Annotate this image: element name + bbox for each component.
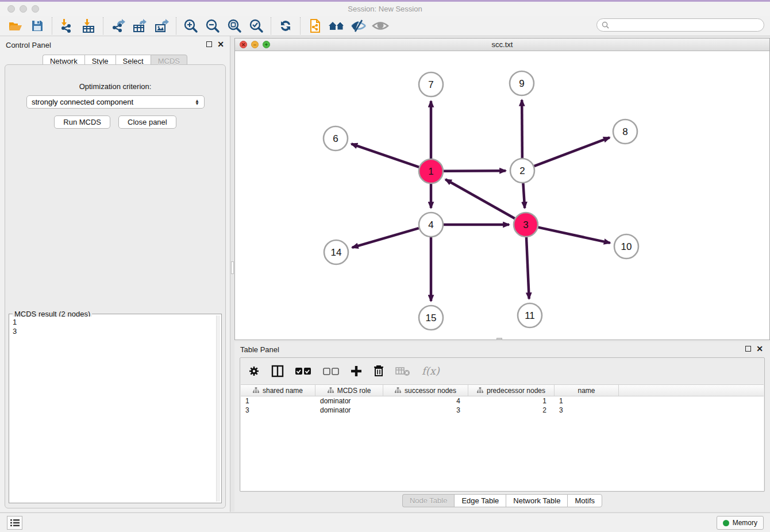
memory-button[interactable]: Memory (717, 516, 764, 530)
function-builder-icon[interactable]: f(x) (422, 365, 440, 377)
save-session-button[interactable] (28, 17, 47, 34)
close-table-panel-icon[interactable]: ✕ (756, 346, 763, 352)
table-header-row[interactable]: shared nameMCDS rolesuccessor nodesprede… (241, 384, 764, 396)
add-row-icon[interactable] (351, 365, 362, 377)
network-resize-handle[interactable] (496, 338, 502, 340)
open-file-button[interactable] (6, 17, 25, 34)
split-eye-icon (351, 18, 367, 33)
close-panel-icon[interactable]: ✕ (217, 41, 224, 47)
edge-3-11[interactable] (526, 237, 529, 299)
criterion-dropdown[interactable]: strongly connected component ▲▼ (26, 95, 205, 109)
network-window-titlebar[interactable]: ✕ − + scc.txt (235, 38, 769, 51)
result-line: 3 (13, 327, 214, 336)
table-cell[interactable]: 1 (241, 396, 315, 406)
node-label-2: 2 (519, 165, 525, 176)
table-cell[interactable]: dominator (315, 406, 383, 415)
node-label-14: 14 (331, 247, 342, 258)
close-panel-button[interactable]: Close panel (118, 115, 176, 129)
table-cell[interactable]: dominator (315, 396, 383, 406)
show-hide-button[interactable] (371, 17, 390, 34)
export-table-icon (132, 18, 147, 33)
table-row[interactable]: 3dominator323 (241, 406, 764, 415)
table-cell[interactable]: 1 (468, 396, 555, 406)
edge-1-6[interactable] (351, 144, 419, 167)
run-mcds-button[interactable]: Run MCDS (54, 115, 110, 129)
edge-2-9[interactable] (522, 100, 522, 158)
float-panel-icon[interactable] (206, 41, 212, 47)
select-all-checkboxes-icon[interactable] (295, 367, 311, 375)
export-table-button[interactable] (130, 17, 149, 34)
settings-gear-icon[interactable] (248, 365, 260, 377)
document-network-icon (307, 18, 322, 33)
node-table[interactable]: shared nameMCDS rolesuccessor nodesprede… (241, 384, 764, 491)
search-icon (602, 21, 609, 29)
splitter-handle[interactable] (231, 261, 234, 274)
column-header-predecessor-nodes[interactable]: predecessor nodes (468, 385, 555, 396)
search-field[interactable] (596, 18, 764, 32)
import-table-button[interactable] (79, 17, 98, 34)
column-header-shared-name[interactable]: shared name (241, 385, 315, 396)
table-panel-tabs: Node TableEdge TableNetwork TableMotifs (234, 494, 770, 507)
network-from-file-button[interactable] (305, 17, 325, 34)
show-task-history-button[interactable] (7, 516, 22, 530)
node-label-3: 3 (523, 219, 528, 230)
network-window-title: scc.txt (235, 40, 769, 49)
home-layouts-button[interactable] (327, 17, 346, 34)
attribute-tree-icon (477, 387, 483, 394)
zoom-fit-button[interactable] (225, 17, 244, 34)
node-label-1: 1 (428, 166, 433, 177)
table-cell[interactable]: 3 (383, 406, 468, 415)
network-graph[interactable]: 7968124314101511 (235, 51, 769, 340)
edge-3-10[interactable] (538, 228, 610, 243)
float-table-panel-icon[interactable] (745, 346, 751, 352)
column-header-name[interactable]: name (555, 385, 619, 396)
tab-node-table[interactable]: Node Table (402, 494, 455, 507)
tab-edge-table[interactable]: Edge Table (454, 494, 506, 507)
edge-1-2[interactable] (444, 171, 506, 171)
toggle-graphics-details-button[interactable] (349, 17, 368, 34)
table-panel: Table Panel ✕ f(x) shared nameMCDS roles… (234, 342, 770, 511)
table-cell[interactable]: 1 (555, 396, 619, 406)
edge-3-1[interactable] (445, 179, 515, 218)
edge-2-3[interactable] (523, 183, 525, 208)
node-label-6: 6 (333, 133, 338, 144)
edge-2-8[interactable] (534, 137, 610, 166)
zoom-in-button[interactable] (181, 17, 201, 34)
tab-network-table[interactable]: Network Table (506, 494, 567, 507)
zoom-in-icon (183, 18, 198, 33)
network-view-window: ✕ − + scc.txt 7968124314101511 (234, 38, 770, 340)
table-cell[interactable]: 3 (241, 406, 315, 415)
attribute-tree-icon (328, 387, 334, 394)
table-body[interactable]: 1dominator4113dominator323 (241, 396, 764, 415)
zoom-selected-button[interactable] (247, 17, 266, 34)
table-cell[interactable]: 2 (468, 406, 555, 415)
table-cell[interactable]: 3 (555, 406, 619, 415)
refresh-button[interactable] (276, 17, 295, 34)
network-canvas[interactable]: 7968124314101511 (235, 51, 769, 340)
control-panel: Control Panel ✕ NetworkStyleSelectMCDS O… (0, 36, 230, 512)
export-image-button[interactable] (152, 17, 171, 34)
open-folder-icon (8, 18, 23, 33)
save-icon (30, 19, 44, 33)
node-label-9: 9 (519, 78, 524, 89)
result-scrollbar[interactable] (216, 315, 220, 502)
node-label-11: 11 (525, 310, 535, 321)
edge-4-14[interactable] (352, 228, 419, 248)
import-network-button[interactable] (57, 17, 76, 34)
tab-motifs[interactable]: Motifs (567, 494, 602, 507)
search-input[interactable] (609, 21, 764, 29)
attribute-tree-icon (253, 387, 259, 394)
table-cell[interactable]: 4 (383, 396, 468, 406)
column-header-successor-nodes[interactable]: successor nodes (383, 385, 468, 396)
column-header-MCDS-role[interactable]: MCDS role (315, 385, 383, 396)
delete-row-icon[interactable] (374, 365, 384, 377)
delete-table-icon[interactable] (395, 366, 410, 376)
table-row[interactable]: 1dominator411 (241, 396, 764, 406)
export-network-button[interactable] (108, 17, 128, 34)
zoom-out-button[interactable] (203, 17, 222, 34)
columns-icon[interactable] (271, 365, 284, 377)
deselect-all-checkboxes-icon[interactable] (323, 367, 339, 375)
panel-splitter[interactable] (230, 36, 234, 512)
toolbar-separator (271, 17, 271, 34)
mcds-result-list[interactable]: 13 (10, 317, 216, 502)
